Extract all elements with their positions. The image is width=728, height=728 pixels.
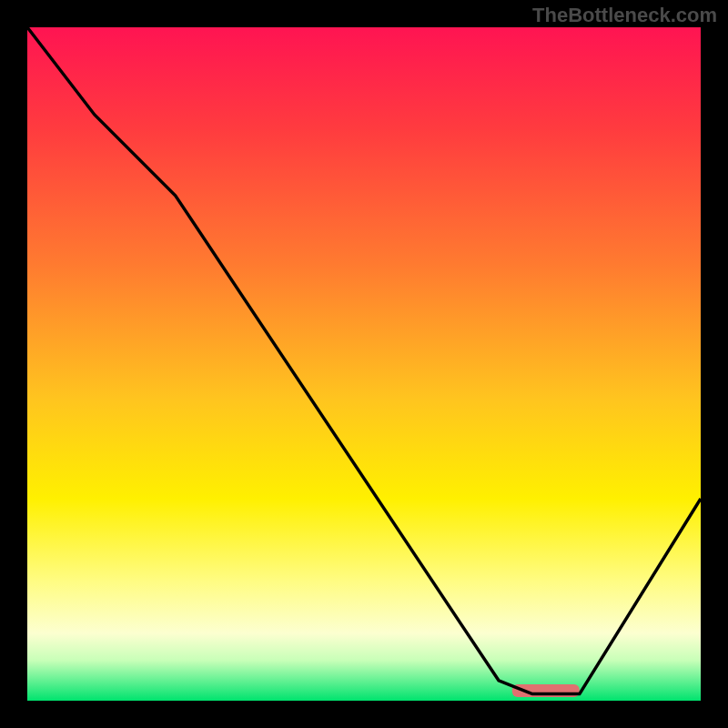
bottleneck-chart <box>27 27 701 701</box>
watermark-text: TheBottleneck.com <box>532 4 717 27</box>
chart-svg <box>27 27 701 701</box>
gradient-background <box>27 27 701 701</box>
